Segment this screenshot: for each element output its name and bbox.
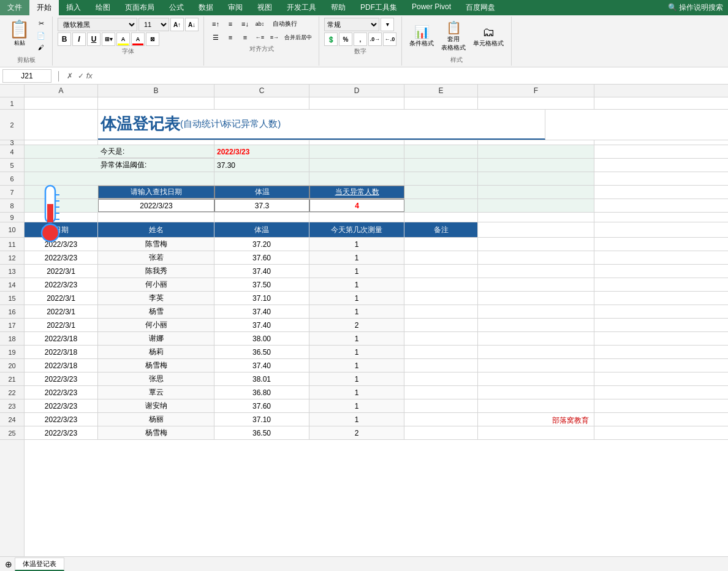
formula-input[interactable] [95, 72, 726, 80]
col-header-f[interactable]: F [478, 85, 594, 97]
cell-f18[interactable] [478, 332, 594, 345]
auto-wrap-button[interactable]: 自动换行 [268, 18, 301, 30]
cell-f16[interactable] [478, 305, 594, 318]
cell-c5[interactable]: 37.30 [214, 159, 309, 172]
cell-f20[interactable] [478, 359, 594, 372]
data-header-name[interactable]: 姓名 [98, 222, 214, 237]
align-left-button[interactable]: ☰ [209, 31, 222, 43]
align-right-button[interactable]: ≡ [238, 31, 252, 43]
tab-help[interactable]: 帮助 [324, 0, 353, 15]
cell-c25[interactable]: 36.50 [214, 426, 309, 439]
cell-c3[interactable] [214, 140, 309, 145]
cell-c21[interactable]: 38.01 [214, 372, 309, 385]
cell-e5[interactable] [404, 159, 478, 172]
row-header-6[interactable]: 6 [0, 172, 24, 186]
sheet-tab-main[interactable]: 体温登记表 [15, 558, 64, 571]
cell-b12[interactable]: 张若 [98, 251, 214, 264]
data-header-temp[interactable]: 体温 [214, 222, 309, 237]
cell-a15[interactable]: 2022/3/1 [25, 292, 98, 304]
cell-e22[interactable] [404, 386, 478, 399]
cell-f9[interactable] [478, 213, 594, 222]
cell-b17[interactable]: 何小丽 [98, 319, 214, 331]
tab-layout[interactable]: 页面布局 [118, 0, 162, 15]
query-header-date[interactable]: 请输入查找日期 [98, 186, 214, 199]
cell-b13[interactable]: 陈我秀 [98, 265, 214, 278]
row-header-25[interactable]: 25 [0, 426, 24, 440]
cell-d9[interactable] [309, 213, 404, 222]
cell-a18[interactable]: 2022/3/18 [25, 332, 98, 345]
row-header-7[interactable]: 7 [0, 186, 24, 199]
cell-f6[interactable] [478, 172, 594, 185]
cell-b1[interactable] [98, 97, 214, 109]
cell-b23[interactable]: 谢安纳 [98, 399, 214, 412]
bold-button[interactable]: B [58, 32, 71, 46]
tab-powerpivot[interactable]: Power Pivot [404, 0, 458, 15]
cell-f15[interactable] [478, 292, 594, 304]
cell-c1[interactable] [214, 97, 309, 109]
merge-center-button[interactable]: 合并后居中 [282, 33, 314, 42]
col-header-a[interactable]: A [25, 85, 98, 97]
cell-a22[interactable]: 2022/3/23 [25, 386, 98, 399]
cell-c13[interactable]: 37.40 [214, 265, 309, 278]
query-header-abnormal[interactable]: 当天异常人数 [309, 186, 404, 199]
cell-f23[interactable] [478, 399, 594, 412]
cell-c18[interactable]: 38.00 [214, 332, 309, 345]
number-format-expand[interactable]: ▾ [381, 18, 394, 31]
cell-f25[interactable] [478, 426, 594, 439]
cell-b4[interactable]: 今天是: [98, 145, 214, 158]
cell-e6[interactable] [404, 172, 478, 185]
tab-home[interactable]: 开始 [29, 0, 59, 15]
data-header-date[interactable]: 日期 [25, 222, 98, 237]
cell-d23[interactable]: 1 [309, 399, 404, 412]
cell-e9[interactable] [404, 213, 478, 222]
cell-d24[interactable]: 1 [309, 413, 404, 426]
cell-b14[interactable]: 何小丽 [98, 278, 214, 291]
cell-b15[interactable]: 李英 [98, 292, 214, 304]
tab-draw[interactable]: 绘图 [88, 0, 118, 15]
cell-c16[interactable]: 37.40 [214, 305, 309, 318]
row-header-18[interactable]: 18 [0, 332, 24, 346]
cell-e18[interactable] [404, 332, 478, 345]
row-header-4[interactable]: 4 [0, 145, 24, 159]
cell-d22[interactable]: 1 [309, 386, 404, 399]
cell-f4[interactable] [478, 145, 594, 158]
col-header-d[interactable]: D [309, 85, 404, 97]
row-header-16[interactable]: 16 [0, 305, 24, 319]
row-header-15[interactable]: 15 [0, 292, 24, 305]
italic-button[interactable]: I [72, 32, 86, 46]
row-header-11[interactable]: 11 [0, 238, 24, 251]
cell-f14[interactable] [478, 278, 594, 291]
align-top-button[interactable]: ≡↑ [209, 18, 222, 30]
confirm-icon[interactable]: ✓ [78, 72, 84, 80]
title-merged-cell[interactable]: 体温登记表 (自动统计\标记异常人数) [98, 110, 545, 140]
table-format-button[interactable]: 📋 套用 表格格式 [439, 19, 468, 53]
cell-f5[interactable] [478, 159, 594, 172]
cell-c11[interactable]: 37.20 [214, 238, 309, 251]
row-header-3[interactable]: 3 [0, 140, 24, 145]
cell-a12[interactable]: 2022/3/23 [25, 251, 98, 264]
cell-e25[interactable] [404, 426, 478, 439]
query-data-abnormal[interactable]: 4 [309, 199, 404, 212]
cancel-icon[interactable]: ✗ [67, 72, 73, 80]
increase-font-button[interactable]: A↑ [170, 18, 184, 31]
tab-review[interactable]: 审阅 [221, 0, 250, 15]
cut-button[interactable]: ✂ [35, 19, 47, 30]
cell-f21[interactable] [478, 372, 594, 385]
tab-file[interactable]: 文件 [0, 0, 29, 15]
cell-e13[interactable] [404, 265, 478, 278]
data-header-note[interactable]: 备注 [404, 222, 478, 237]
indent-increase-button[interactable]: ≡→ [268, 31, 281, 43]
row-header-24[interactable]: 24 [0, 413, 24, 426]
font-color-button[interactable]: A [131, 32, 145, 46]
cell-d17[interactable]: 2 [309, 319, 404, 331]
cell-e14[interactable] [404, 278, 478, 291]
col-header-e[interactable]: E [404, 85, 478, 97]
paste-button[interactable]: 📋 粘贴 [5, 18, 34, 48]
decimal-increase-button[interactable]: .0→ [368, 32, 382, 46]
cell-b18[interactable]: 谢娜 [98, 332, 214, 345]
align-center-button[interactable]: ≡ [224, 31, 237, 43]
cell-e11[interactable] [404, 238, 478, 251]
cell-c9[interactable] [214, 213, 309, 222]
cell-e24[interactable] [404, 413, 478, 426]
cell-c15[interactable]: 37.10 [214, 292, 309, 304]
